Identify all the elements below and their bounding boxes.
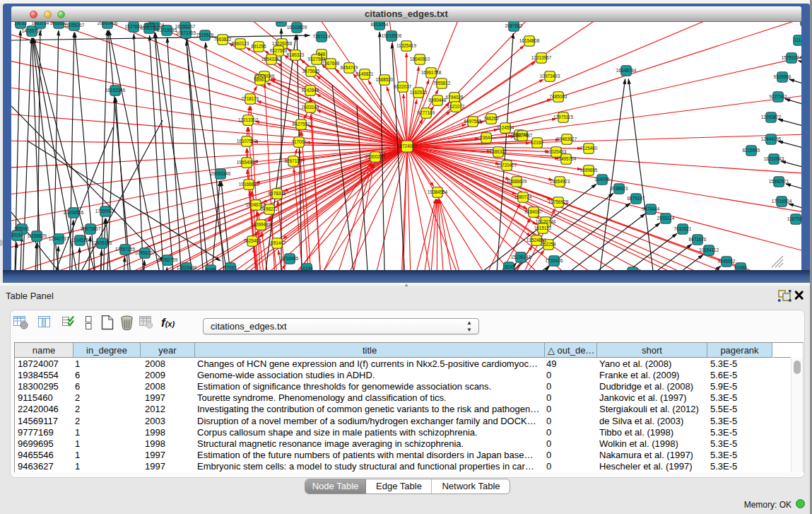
svg-text:12975115: 12975115 [553,115,573,119]
svg-text:29053346: 29053346 [211,171,231,176]
svg-text:7955812: 7955812 [433,81,451,86]
svg-text:15495764: 15495764 [556,156,577,161]
svg-text:9115460: 9115460 [580,146,598,151]
svg-text:6497568: 6497568 [464,119,482,124]
svg-text:11325419: 11325419 [396,43,416,48]
svg-text:16033809: 16033809 [287,25,307,30]
svg-text:12213967: 12213967 [531,55,552,60]
svg-text:15692971: 15692971 [769,179,789,184]
svg-text:1112: 1112 [794,37,801,42]
svg-text:14055724: 14055724 [22,28,42,33]
svg-text:15136141: 15136141 [511,255,531,259]
svg-text:3498222: 3498222 [261,206,278,211]
svg-text:252254: 252254 [541,242,556,247]
svg-text:891295: 891295 [251,44,266,49]
svg-text:746266: 746266 [483,116,499,121]
svg-text:10244: 10244 [300,266,313,270]
svg-text:12505135: 12505135 [92,240,112,245]
svg-text:16782759: 16782759 [158,257,178,262]
svg-text:7386322: 7386322 [490,149,507,154]
svg-text:974: 974 [629,269,637,270]
svg-text:30975867: 30975867 [81,226,101,231]
svg-text:9474444: 9474444 [642,206,660,211]
svg-text:7663822: 7663822 [214,37,232,42]
svg-text:9327503: 9327503 [270,48,288,53]
svg-text:17016504: 17016504 [772,199,792,204]
svg-text:2933114: 2933114 [657,216,675,221]
svg-text:10958107: 10958107 [135,250,155,255]
svg-text:1691447: 1691447 [269,240,286,245]
svg-text:7625402: 7625402 [244,238,261,243]
svg-text:9329966: 9329966 [774,74,792,79]
svg-text:1167534: 1167534 [787,216,801,221]
svg-text:1604: 1604 [276,22,287,23]
svg-text:12023446: 12023446 [177,265,197,270]
svg-text:16210643: 16210643 [764,156,784,161]
svg-text:7515526: 7515526 [196,33,214,37]
svg-text:8322037: 8322037 [394,84,412,89]
svg-text:8267130: 8267130 [285,158,302,163]
svg-text:39154: 39154 [11,233,23,238]
svg-text:10025433: 10025433 [546,149,567,154]
svg-text:1580724: 1580724 [514,194,532,199]
svg-text:16154808: 16154808 [519,38,540,43]
svg-text:16055267: 16055267 [64,23,85,28]
svg-text:18245: 18245 [502,264,515,269]
svg-text:8471676: 8471676 [689,237,707,242]
svg-text:10719185: 10719185 [157,28,177,33]
svg-text:16099489: 16099489 [251,222,271,227]
svg-text:16120746: 16120746 [536,219,556,224]
svg-text:1162615: 1162615 [410,90,428,95]
svg-text:62160: 62160 [531,140,543,145]
svg-text:92450: 92450 [734,265,747,270]
svg-text:15751074: 15751074 [782,55,801,60]
svg-text:18640910: 18640910 [410,57,430,62]
svg-text:7632621: 7632621 [674,226,692,231]
svg-text:8454749: 8454749 [341,65,358,70]
svg-text:17957255: 17957255 [115,247,136,252]
svg-text:20691406: 20691406 [98,22,118,25]
svg-text:9245: 9245 [206,267,216,270]
svg-text:13226058: 13226058 [272,41,293,46]
svg-text:6879197: 6879197 [628,196,645,201]
svg-text:8938923: 8938923 [611,186,628,191]
svg-text:2087682: 2087682 [505,23,523,28]
svg-text:9777169: 9777169 [418,110,435,115]
svg-text:16961758: 16961758 [421,70,442,75]
svg-text:19654923: 19654923 [550,179,570,184]
svg-text:9184067: 9184067 [525,209,543,214]
svg-text:3124554: 3124554 [497,125,514,130]
svg-text:11156829: 11156829 [27,233,47,238]
svg-text:98961: 98961 [254,77,266,82]
svg-text:16153346: 16153346 [105,88,126,93]
svg-text:10654112: 10654112 [699,247,719,252]
svg-text:8215955: 8215955 [743,148,760,153]
svg-text:20206536: 20206536 [64,210,84,215]
svg-text:19033: 19033 [14,22,27,25]
svg-text:12093872: 12093872 [761,115,782,119]
svg-text:17359924: 17359924 [95,209,116,214]
svg-text:12213302: 12213302 [238,117,259,122]
svg-text:546: 546 [318,52,326,57]
svg-text:1114519: 1114519 [71,238,88,243]
svg-text:6794028: 6794028 [446,95,464,100]
svg-text:1615112: 1615112 [534,226,552,230]
svg-text:16107552: 16107552 [237,139,257,144]
svg-text:7357224: 7357224 [313,34,331,39]
svg-text:19384554: 19384554 [428,189,448,194]
svg-text:8186323: 8186323 [287,52,305,57]
svg-text:9245052: 9245052 [718,259,736,264]
svg-text:19756928: 19756928 [548,199,569,204]
svg-text:16671365: 16671365 [176,30,196,35]
svg-text:1733426: 1733426 [546,258,563,263]
svg-text:19218506: 19218506 [382,33,402,38]
svg-text:18724007: 18724007 [397,144,418,148]
svg-text:10688609: 10688609 [507,179,527,184]
svg-text:19654982: 19654982 [237,160,257,165]
svg-text:2603144: 2603144 [302,105,319,110]
svg-text:23644: 23644 [480,135,493,140]
svg-text:12942737: 12942737 [49,236,69,241]
svg-text:6966160: 6966160 [141,25,158,30]
svg-text:8427552: 8427552 [293,122,310,127]
svg-text:10807487: 10807487 [512,133,533,138]
